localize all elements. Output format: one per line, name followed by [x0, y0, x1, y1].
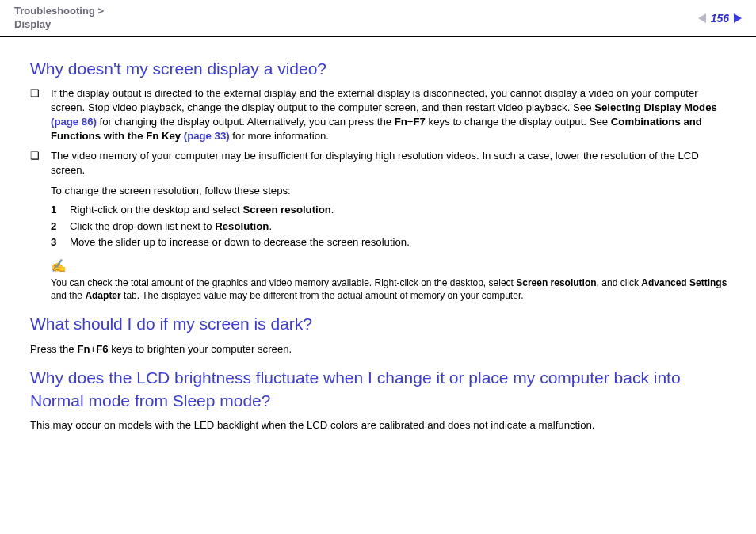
key-f6: F6: [96, 343, 108, 355]
page-number: 156: [711, 12, 729, 25]
bullet-item: ❑ If the display output is directed to t…: [30, 86, 729, 143]
next-page-icon[interactable]: [734, 13, 742, 23]
ui-term: Advanced Settings: [641, 277, 727, 288]
text: and the: [51, 290, 85, 301]
text: for more information.: [230, 130, 329, 142]
step-item: 2 Click the drop-down list next to Resol…: [51, 219, 729, 234]
text: keys to change the display output. See: [426, 116, 611, 128]
paragraph: This may occur on models with the LED ba…: [30, 418, 729, 433]
step-item: 1 Right-click on the desktop and select …: [51, 203, 729, 217]
key-f7: F7: [414, 116, 426, 128]
page-content: Why doesn't my screen display a video? ❑…: [0, 37, 756, 433]
page-nav: 156: [698, 12, 742, 25]
heading-video: Why doesn't my screen display a video?: [30, 58, 729, 80]
step-text: Click the drop-down list next to Resolut…: [70, 219, 272, 234]
heading-brightness: Why does the LCD brightness fluctuate wh…: [30, 367, 729, 412]
heading-dark: What should I do if my screen is dark?: [30, 313, 729, 335]
bullet-text: The video memory of your computer may be…: [51, 149, 729, 177]
text: Click the drop-down list next to: [70, 220, 215, 232]
step-text: Move the slider up to increase or down t…: [70, 235, 410, 250]
ui-term: Resolution: [215, 220, 269, 232]
text: for changing the display output. Alterna…: [97, 116, 395, 128]
breadcrumb-sub: Display: [14, 18, 104, 32]
step-number: 2: [51, 219, 70, 234]
breadcrumb-top: Troubleshooting >: [14, 5, 104, 18]
paragraph: Press the Fn+F6 keys to brighten your co…: [30, 342, 729, 357]
step-number: 1: [51, 203, 70, 217]
page-ref-link[interactable]: (page 86): [51, 116, 97, 128]
ui-term: Screen resolution: [242, 204, 330, 216]
bullet-text: If the display output is directed to the…: [51, 86, 729, 143]
steps-intro: To change the screen resolution, follow …: [51, 184, 729, 198]
text: Right-click on the desktop and select: [70, 204, 242, 216]
page-header: Troubleshooting > Display 156: [0, 0, 756, 37]
key-fn: Fn: [77, 343, 90, 355]
text: keys to brighten your computer screen.: [109, 343, 292, 355]
bullet-item: ❑ The video memory of your computer may …: [30, 149, 729, 177]
text: tab. The displayed value may be differen…: [121, 290, 524, 301]
ui-term: Adapter: [85, 290, 120, 301]
bullet-icon: ❑: [30, 86, 51, 143]
step-item: 3 Move the slider up to increase or down…: [51, 235, 729, 250]
prev-page-icon[interactable]: [698, 13, 706, 23]
text: You can check the total amount of the gr…: [51, 277, 516, 288]
breadcrumb: Troubleshooting > Display: [14, 5, 104, 32]
text: , and click: [597, 277, 642, 288]
note-text: You can check the total amount of the gr…: [51, 277, 729, 302]
ui-term: Screen resolution: [516, 277, 596, 288]
key-fn: Fn: [395, 116, 407, 128]
bullet-icon: ❑: [30, 149, 51, 177]
note-block: ✍ You can check the total amount of the …: [51, 257, 729, 302]
text: Press the: [30, 343, 77, 355]
step-text: Right-click on the desktop and select Sc…: [70, 203, 334, 217]
note-icon: ✍: [51, 257, 67, 275]
text: +: [407, 116, 414, 128]
step-number: 3: [51, 235, 70, 250]
link-text[interactable]: Selecting Display Modes: [594, 101, 717, 113]
page-ref-link[interactable]: (page 33): [184, 130, 230, 142]
